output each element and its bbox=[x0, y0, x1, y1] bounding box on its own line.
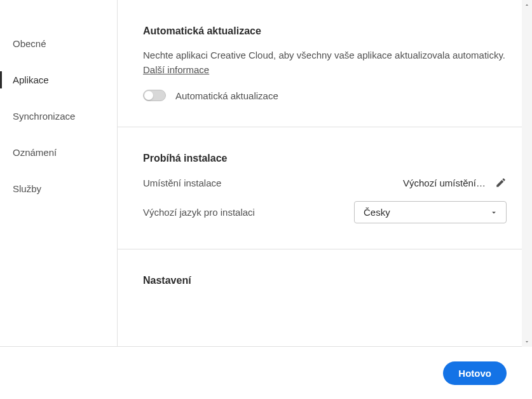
triangle-up-icon bbox=[524, 2, 530, 8]
install-location-value-row: Výchozí umístění… bbox=[403, 177, 507, 188]
scrollbar-up-arrow[interactable] bbox=[522, 0, 532, 10]
triangle-down-icon bbox=[524, 339, 530, 345]
scrollbar-track[interactable] bbox=[522, 0, 532, 326]
section-auto-update: Automatická aktualizace Nechte aplikaci … bbox=[118, 0, 532, 127]
install-language-label: Výchozí jazyk pro instalaci bbox=[143, 207, 255, 218]
toggle-knob bbox=[144, 91, 153, 100]
scrollbar-down-arrow[interactable] bbox=[522, 337, 532, 347]
auto-update-toggle[interactable] bbox=[143, 90, 166, 101]
toggle-label: Automatická aktualizace bbox=[175, 90, 278, 101]
sidebar-item-applications[interactable]: Aplikace bbox=[0, 62, 117, 98]
install-location-label: Umístění instalace bbox=[143, 178, 221, 188]
section-title: Automatická aktualizace bbox=[143, 25, 507, 37]
install-language-row: Výchozí jazyk pro instalaci Česky bbox=[143, 201, 507, 223]
toggle-row: Automatická aktualizace bbox=[143, 90, 507, 101]
sidebar-item-services[interactable]: Služby bbox=[0, 171, 117, 207]
sidebar: Obecné Aplikace Synchronizace Oznámení S… bbox=[0, 0, 118, 346]
sidebar-item-general[interactable]: Obecné bbox=[0, 25, 117, 62]
sidebar-item-sync[interactable]: Synchronizace bbox=[0, 98, 117, 134]
sidebar-item-label: Oznámení bbox=[13, 147, 57, 158]
install-location-value: Výchozí umístění… bbox=[403, 178, 486, 188]
language-select-value: Česky bbox=[364, 207, 390, 218]
sidebar-item-label: Služby bbox=[13, 183, 41, 194]
section-title: Probíhá instalace bbox=[143, 153, 507, 164]
done-button[interactable]: Hotovo bbox=[443, 361, 507, 385]
section-settings: Nastavení bbox=[118, 249, 532, 323]
sidebar-item-label: Aplikace bbox=[13, 74, 49, 85]
pencil-icon[interactable] bbox=[495, 177, 507, 188]
section-description: Nechte aplikaci Creative Cloud, aby všec… bbox=[143, 48, 507, 77]
sidebar-item-notifications[interactable]: Oznámení bbox=[0, 134, 117, 171]
section-title: Nastavení bbox=[143, 275, 507, 286]
sidebar-item-label: Obecné bbox=[13, 38, 46, 49]
sidebar-item-label: Synchronizace bbox=[13, 111, 75, 122]
language-select[interactable]: Česky bbox=[354, 201, 507, 223]
more-info-link[interactable]: Další informace bbox=[143, 64, 209, 75]
footer: Hotovo bbox=[0, 347, 532, 399]
scrollbar[interactable] bbox=[522, 0, 532, 347]
chevron-down-icon bbox=[489, 208, 498, 217]
section-install: Probíhá instalace Umístění instalace Výc… bbox=[118, 127, 532, 249]
content-panel: Automatická aktualizace Nechte aplikaci … bbox=[118, 0, 532, 346]
install-location-row: Umístění instalace Výchozí umístění… bbox=[143, 177, 507, 188]
